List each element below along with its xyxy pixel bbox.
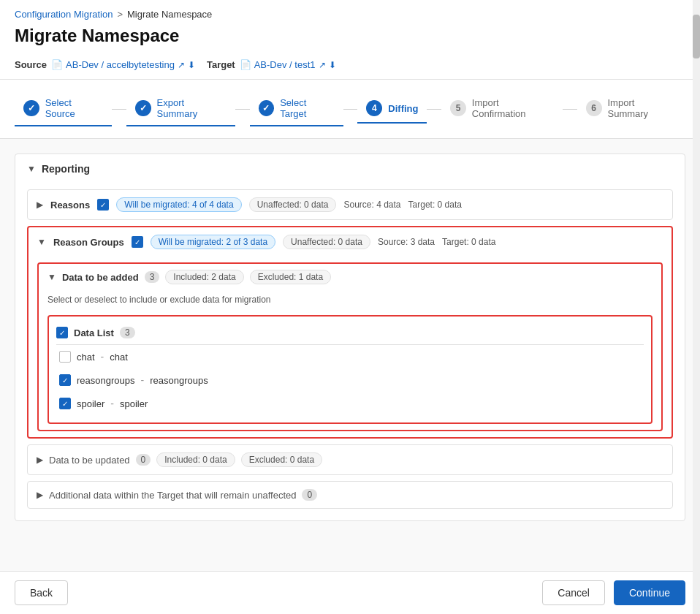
additional-data-chevron: ▶ — [37, 490, 43, 500]
source-value: 📄 AB-Dev / accelbytetesting ↗ ⬇ — [51, 59, 195, 70]
reporting-chevron: ▼ — [27, 164, 36, 174]
step-export-summary[interactable]: ✓ Export Summary — [126, 91, 235, 126]
item-spoiler-checkbox[interactable] — [59, 398, 71, 409]
data-to-add-chevron: ▼ — [47, 272, 56, 282]
data-to-update-chevron: ▶ — [37, 455, 43, 465]
data-to-update-excluded: Excluded: 0 data — [241, 452, 322, 467]
target-link-icon[interactable]: ↗ — [319, 60, 326, 70]
reporting-title: Reporting — [42, 163, 90, 175]
reason-groups-chevron: ▼ — [37, 237, 46, 247]
step-divider-2 — [235, 109, 250, 110]
item-reasongroups-id: reasongroups — [150, 375, 208, 386]
item-spoiler-id: spoiler — [120, 398, 148, 409]
source-item: Source 📄 AB-Dev / accelbytetesting ↗ ⬇ — [15, 59, 195, 70]
data-to-add-count: 3 — [145, 271, 160, 283]
reason-groups-unaffected-badge: Unaffected: 0 data — [283, 235, 370, 249]
breadcrumb-parent[interactable]: Configuration Migration — [15, 9, 113, 20]
step-circle-select-target: ✓ — [259, 100, 275, 116]
data-list-header: Data List 3 — [56, 324, 644, 345]
reasons-unaffected-badge: Unaffected: 0 data — [249, 197, 337, 212]
reason-groups-header[interactable]: ▼ Reason Groups Will be migrated: 2 of 3… — [28, 227, 672, 257]
reason-groups-target: Target: 0 data — [442, 237, 495, 247]
footer: Back Cancel Continue — [0, 571, 700, 614]
list-item[interactable]: chat - chat — [56, 345, 644, 368]
reasons-header[interactable]: ▶ Reasons Will be migrated: 4 of 4 data … — [28, 190, 672, 219]
item-chat-id: chat — [110, 352, 128, 363]
step-label-select-source: Select Source — [45, 97, 104, 119]
reasons-target: Target: 0 data — [408, 200, 462, 210]
list-item[interactable]: reasongroups - reasongroups — [56, 368, 644, 392]
step-import-summary[interactable]: 6 Import Summary — [577, 91, 685, 126]
item-chat-label: chat — [77, 352, 95, 363]
item-reasongroups-label: reasongroups — [77, 375, 135, 386]
additional-data-count: 0 — [302, 489, 317, 501]
source-label: Source — [15, 59, 47, 70]
source-download-icon[interactable]: ⬇ — [188, 60, 195, 70]
step-divider-5 — [563, 109, 577, 110]
item-chat-checkbox[interactable] — [59, 351, 71, 363]
source-target-bar: Source 📄 AB-Dev / accelbytetesting ↗ ⬇ T… — [0, 55, 700, 80]
target-label: Target — [207, 59, 235, 70]
step-label-select-target: Select Target — [280, 97, 334, 119]
reasons-checkbox[interactable] — [97, 199, 109, 211]
reason-groups-title: Reason Groups — [53, 237, 124, 248]
data-to-update-title: Data to be updated — [49, 455, 130, 466]
step-label-diffing: Diffing — [388, 103, 418, 114]
data-list-title: Data List — [74, 327, 114, 338]
cancel-button[interactable]: Cancel — [542, 580, 605, 605]
data-to-add-title: Data to be added — [62, 272, 139, 283]
source-icon: 📄 — [51, 59, 63, 70]
back-button[interactable]: Back — [15, 580, 68, 605]
breadcrumb-separator: > — [117, 9, 123, 20]
data-to-update-count: 0 — [136, 454, 151, 466]
data-to-add-excluded: Excluded: 1 data — [250, 270, 331, 284]
page-title: Migrate Namespace — [0, 23, 700, 55]
data-to-add-header[interactable]: ▼ Data to be added 3 Included: 2 data Ex… — [39, 264, 661, 290]
step-divider-3 — [343, 109, 358, 110]
list-item[interactable]: spoiler - spoiler — [56, 392, 644, 415]
item-reasongroups-sep: - — [141, 374, 145, 386]
reason-groups-row: ▼ Reason Groups Will be migrated: 2 of 3… — [27, 226, 673, 439]
reporting-header[interactable]: ▼ Reporting — [15, 154, 685, 183]
additional-data-row: ▶ Additional data within the Target that… — [27, 481, 673, 509]
reporting-section: ▼ Reporting ▶ Reasons Will be migrated: … — [15, 154, 685, 521]
step-divider-1 — [112, 109, 126, 110]
additional-data-title: Additional data within the Target that w… — [49, 490, 296, 501]
breadcrumb-current: Migrate Namespace — [127, 9, 212, 20]
steps-nav: ✓ Select Source ✓ Export Summary ✓ Selec… — [0, 80, 700, 139]
data-list-master-checkbox[interactable] — [56, 327, 68, 338]
target-icon: 📄 — [240, 59, 251, 70]
data-list-container: Data List 3 chat - chat — [47, 315, 653, 424]
additional-data-header[interactable]: ▶ Additional data within the Target that… — [28, 482, 672, 508]
reasons-row: ▶ Reasons Will be migrated: 4 of 4 data … — [27, 189, 673, 220]
step-diffing[interactable]: 4 Diffing — [357, 94, 427, 124]
step-select-target[interactable]: ✓ Select Target — [250, 91, 343, 126]
step-label-import-summary: Import Summary — [608, 97, 677, 119]
target-download-icon[interactable]: ⬇ — [329, 60, 336, 70]
select-hint: Select or deselect to include or exclude… — [39, 290, 661, 309]
reasons-source: Source: 4 data — [343, 200, 400, 210]
item-spoiler-label: spoiler — [77, 398, 104, 409]
source-link-icon[interactable]: ↗ — [178, 60, 185, 70]
step-circle-import-summary: 6 — [586, 100, 602, 116]
item-reasongroups-checkbox[interactable] — [59, 374, 71, 386]
target-value: 📄 AB-Dev / test1 ↗ ⬇ — [240, 59, 336, 70]
step-label-import-confirmation: Import Confirmation — [472, 97, 554, 119]
target-item: Target 📄 AB-Dev / test1 ↗ ⬇ — [207, 59, 336, 70]
reason-groups-migrated-badge: Will be migrated: 2 of 3 data — [151, 235, 275, 249]
step-circle-select-source: ✓ — [23, 100, 39, 116]
step-circle-export-summary: ✓ — [135, 100, 151, 116]
reason-groups-checkbox[interactable] — [132, 236, 143, 248]
step-import-confirmation[interactable]: 5 Import Confirmation — [441, 91, 563, 126]
reasons-chevron: ▶ — [37, 200, 43, 210]
step-select-source[interactable]: ✓ Select Source — [15, 91, 112, 126]
data-to-add-section: ▼ Data to be added 3 Included: 2 data Ex… — [37, 262, 663, 431]
data-to-update-header[interactable]: ▶ Data to be updated 0 Included: 0 data … — [28, 445, 672, 474]
step-label-export-summary: Export Summary — [157, 97, 227, 119]
step-divider-4 — [427, 109, 441, 110]
data-to-add-included: Included: 2 data — [165, 270, 243, 284]
reasons-title: Reasons — [50, 200, 90, 211]
data-to-update-row: ▶ Data to be updated 0 Included: 0 data … — [27, 444, 673, 475]
continue-button[interactable]: Continue — [614, 580, 685, 605]
reasons-migrated-badge: Will be migrated: 4 of 4 data — [116, 197, 241, 212]
